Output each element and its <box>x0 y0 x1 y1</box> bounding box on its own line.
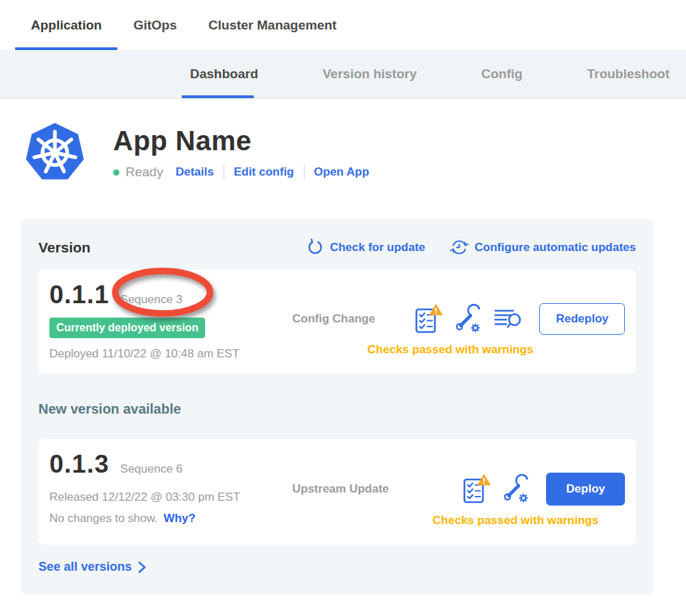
edit-config-icon[interactable] <box>454 304 483 334</box>
page-title: App Name <box>113 126 369 156</box>
tab-config[interactable]: Config <box>482 50 523 98</box>
new-sequence-label: Sequence 6 <box>120 462 182 476</box>
no-changes-text: No changes to show. <box>49 512 158 525</box>
tab-troubleshoot[interactable]: Troubleshoot <box>587 50 670 98</box>
new-version-card: 0.1.3 Sequence 6 Released 12/12/22 @ 03:… <box>38 439 636 545</box>
schedule-update-icon <box>450 238 469 257</box>
version-source-label: Config Change <box>292 312 375 326</box>
tab-version-history[interactable]: Version history <box>322 50 416 98</box>
details-link[interactable]: Details <box>176 165 214 179</box>
tab-dashboard[interactable]: Dashboard <box>190 50 258 98</box>
divider <box>224 165 224 179</box>
view-diff-icon[interactable] <box>494 307 524 331</box>
preflight-result-text: Checks passed with warnings <box>276 514 625 528</box>
configure-automatic-updates-link[interactable]: Configure automatic updates <box>450 238 636 257</box>
redeploy-button[interactable]: Redeploy <box>539 303 625 335</box>
primary-nav: Application GitOps Cluster Management <box>0 0 686 50</box>
preflight-result-text: Checks passed with warnings <box>276 343 625 357</box>
why-link[interactable]: Why? <box>164 512 196 525</box>
new-version-heading: New version available <box>38 401 636 417</box>
check-for-update-link[interactable]: Check for update <box>307 239 425 256</box>
tab-cluster-management[interactable]: Cluster Management <box>193 0 353 50</box>
released-timestamp: Released 12/12/22 @ 03:30 pm EST <box>49 490 276 504</box>
version-section-title: Version <box>38 239 91 256</box>
version-panel: Version Check for update Configure autom… <box>21 219 654 595</box>
new-version-number: 0.1.3 <box>49 450 109 479</box>
ready-status-dot <box>113 169 119 176</box>
preflight-checks-icon[interactable] <box>414 303 443 335</box>
preflight-checks-icon[interactable] <box>462 473 491 505</box>
current-version-card: 0.1.1 Sequence 3 Currently deployed vers… <box>38 270 636 374</box>
secondary-nav: Dashboard Version history Config Trouble… <box>0 50 686 99</box>
status-label: Ready <box>126 165 163 180</box>
see-all-versions-link[interactable]: See all versions <box>38 560 146 574</box>
chevron-right-icon <box>137 561 146 573</box>
edit-config-link[interactable]: Edit config <box>234 165 294 179</box>
current-sequence-label: Sequence 3 <box>120 293 182 307</box>
tab-application[interactable]: Application <box>15 0 117 50</box>
edit-config-icon[interactable] <box>502 474 531 504</box>
refresh-icon <box>307 239 324 256</box>
open-app-link[interactable]: Open App <box>314 165 370 179</box>
current-version-number: 0.1.1 <box>49 281 109 309</box>
app-header: App Name Ready Details Edit config Open … <box>24 121 686 185</box>
kubernetes-logo-icon <box>24 121 86 185</box>
tab-gitops[interactable]: GitOps <box>117 0 192 50</box>
deployed-version-badge: Currently deployed version <box>49 318 205 338</box>
app-status-row: Ready Details Edit config Open App <box>113 165 369 180</box>
deployed-timestamp: Deployed 11/10/22 @ 10:48 am EST <box>49 347 276 361</box>
divider <box>304 165 305 179</box>
deploy-button[interactable]: Deploy <box>546 473 625 506</box>
version-source-label: Upstream Update <box>292 482 389 496</box>
